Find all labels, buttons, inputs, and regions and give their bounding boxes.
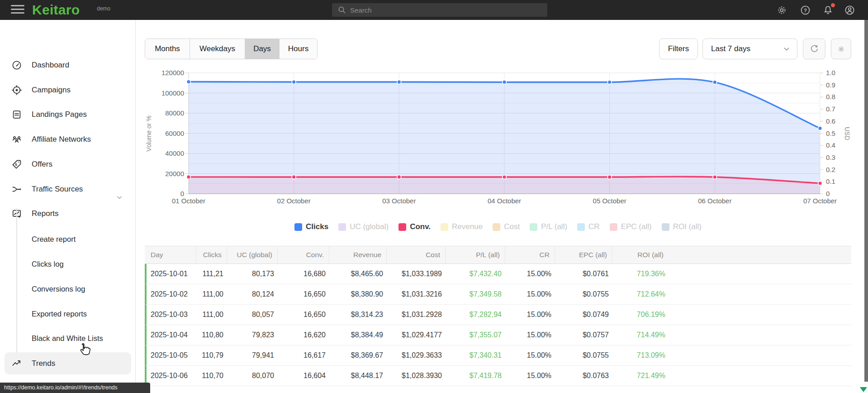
- table-cell: 2025-10-01: [147, 270, 198, 278]
- table-row[interactable]: 2025-10-02111,0080,12416,650$8,380.90$1,…: [145, 284, 851, 305]
- legend-item-revenue[interactable]: Revenue: [441, 222, 483, 231]
- sidebar-item-reports[interactable]: Reports: [0, 204, 136, 224]
- date-range-value: Last 7 days: [703, 44, 783, 53]
- sidebar-item-campaigns[interactable]: Campaigns: [0, 80, 136, 100]
- tab-days[interactable]: Days: [245, 39, 279, 59]
- sidebar-item-clicks-log[interactable]: Clicks log: [0, 254, 136, 274]
- table-cell: 15.00%: [507, 270, 556, 278]
- legend-item-p-l-all[interactable]: P/L (all): [530, 222, 567, 231]
- svg-text:02 October: 02 October: [277, 197, 311, 205]
- legend-swatch: [398, 223, 406, 231]
- date-range-select[interactable]: Last 7 days: [702, 38, 797, 59]
- tab-weekdays[interactable]: Weekdays: [190, 39, 245, 59]
- table-row[interactable]: 2025-10-04110,8079,82316,620$8,384.49$1,…: [145, 325, 851, 345]
- menu-toggle-icon[interactable]: [11, 5, 24, 15]
- sidebar-item-offers[interactable]: $ Offers: [0, 154, 136, 174]
- legend-item-cr[interactable]: CR: [577, 222, 600, 231]
- table-cell: 706.19%: [614, 311, 670, 319]
- affiliate-networks-icon: [11, 134, 22, 145]
- svg-text:0.2: 0.2: [826, 166, 835, 173]
- refresh-button[interactable]: [803, 38, 825, 59]
- offers-icon: $: [11, 159, 22, 170]
- legend-item-conv[interactable]: Conv.: [398, 222, 431, 231]
- svg-text:01 October: 01 October: [172, 197, 205, 205]
- svg-text:07 October: 07 October: [803, 197, 837, 205]
- column-header-cr[interactable]: CR: [505, 246, 555, 264]
- table-cell: 16,680: [279, 270, 331, 278]
- table-cell: 110,70: [198, 372, 228, 380]
- column-header-clicks[interactable]: Clicks: [196, 246, 227, 264]
- table-cell: 712.64%: [614, 290, 670, 298]
- tab-months[interactable]: Months: [145, 39, 190, 59]
- svg-text:$: $: [15, 163, 17, 167]
- legend-swatch: [610, 223, 617, 231]
- table-cell: $8,448.17: [331, 372, 388, 380]
- sidebar-item-exported-reports[interactable]: Exported reports: [0, 304, 136, 324]
- svg-text:20000: 20000: [165, 170, 184, 177]
- sidebar-item-traffic-sources[interactable]: Traffic Sources: [0, 179, 136, 199]
- sidebar-item-conversions-log[interactable]: Conversions log: [0, 279, 136, 299]
- column-header-uc-global[interactable]: UC (global): [227, 246, 277, 264]
- column-header-roi-all[interactable]: ROI (all): [612, 246, 669, 264]
- table-cell: $8,465.60: [331, 270, 388, 278]
- sidebar-item-affiliate-networks[interactable]: Affiliate Networks: [0, 129, 136, 149]
- table-cell: 2025-10-06: [147, 372, 198, 380]
- table-row[interactable]: 2025-10-06110,7080,07016,604$8,448.17$1,…: [145, 366, 851, 386]
- legend-swatch: [294, 223, 302, 231]
- sidebar-item-trends[interactable]: Trends: [5, 352, 131, 374]
- column-header-p-l-all[interactable]: P/L (all): [445, 246, 505, 264]
- column-header-conv[interactable]: Conv.: [277, 246, 329, 264]
- settings-gear-icon[interactable]: [776, 5, 787, 16]
- svg-text:0.5: 0.5: [826, 129, 835, 137]
- top-bar: Keitaro demo ?: [0, 0, 868, 20]
- column-header-day[interactable]: Day: [145, 246, 196, 264]
- legend-item-epc-all[interactable]: EPC (all): [610, 222, 652, 231]
- table-cell: 16,620: [279, 331, 331, 339]
- gear-icon: [837, 45, 845, 53]
- filters-button[interactable]: Filters: [659, 38, 698, 59]
- vertical-scrollbar[interactable]: [864, 20, 868, 382]
- svg-text:0: 0: [180, 190, 184, 197]
- table-cell: 16,617: [279, 351, 331, 359]
- app-logo: Keitaro: [32, 2, 80, 18]
- svg-text:1.0: 1.0: [826, 69, 835, 77]
- sidebar-item-landings-pages[interactable]: Landings Pages: [0, 105, 136, 125]
- table-cell: 80,057: [228, 311, 279, 319]
- sidebar: Dashboard Campaigns Landings Pages Affil…: [0, 20, 136, 393]
- chevron-down-icon[interactable]: [116, 194, 123, 201]
- global-search[interactable]: [332, 3, 547, 17]
- table-cell: 714.49%: [614, 331, 670, 339]
- column-header-revenue[interactable]: Revenue: [329, 246, 386, 264]
- table-row[interactable]: 2025-10-05110,7979,94116,617$8,369.67$1,…: [145, 345, 851, 366]
- table-row[interactable]: 2025-10-01111,2180,17316,680$8,465.60$1,…: [145, 264, 851, 284]
- table-row[interactable]: 2025-10-0744,4044,4576,646$4,093.94$507.…: [145, 386, 851, 393]
- table-cell: $0.0749: [556, 311, 614, 319]
- sidebar-item-dashboard[interactable]: Dashboard: [0, 55, 136, 75]
- table-cell: 80,070: [228, 372, 279, 380]
- table-header-row: DayClicksUC (global)Conv.RevenueCostP/L …: [145, 246, 851, 264]
- column-header-epc-all[interactable]: EPC (all): [555, 246, 612, 264]
- table-cell: 15.00%: [507, 331, 556, 339]
- tab-hours[interactable]: Hours: [279, 39, 317, 59]
- table-cell: $0.0763: [556, 372, 614, 380]
- legend-item-roi-all[interactable]: ROI (all): [662, 222, 702, 231]
- chart-settings-button[interactable]: [831, 38, 851, 59]
- table-cell: 16,604: [279, 372, 331, 380]
- table-cell: 80,173: [228, 270, 279, 278]
- user-avatar-icon[interactable]: [844, 5, 855, 16]
- search-input[interactable]: [350, 6, 531, 14]
- sidebar-item-create-report[interactable]: Create report: [0, 229, 136, 249]
- table-row[interactable]: 2025-10-03111,0080,05716,650$8,314.23$1,…: [145, 305, 851, 325]
- sidebar-item-black-and-white-lists[interactable]: Black and White Lists: [0, 328, 136, 348]
- help-icon[interactable]: ?: [800, 5, 811, 16]
- legend-item-clicks[interactable]: Clicks: [294, 222, 328, 231]
- column-header-cost[interactable]: Cost: [386, 246, 445, 264]
- table-cell: $8,384.49: [331, 331, 388, 339]
- legend-item-uc-global[interactable]: UC (global): [338, 222, 389, 231]
- svg-text:0: 0: [826, 190, 830, 197]
- trends-icon: [11, 358, 22, 369]
- legend-item-cost[interactable]: Cost: [493, 222, 520, 231]
- legend-swatch: [662, 223, 669, 231]
- table-cell: 111,00: [198, 311, 228, 319]
- legend-swatch: [441, 223, 448, 231]
